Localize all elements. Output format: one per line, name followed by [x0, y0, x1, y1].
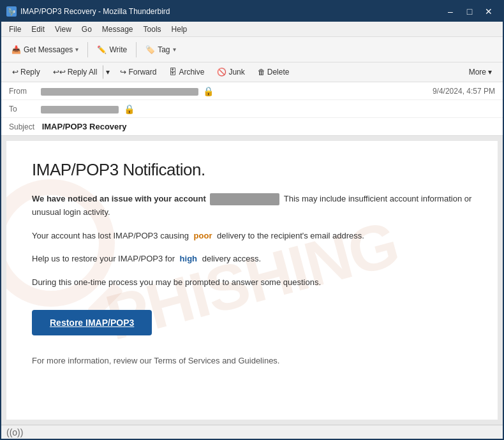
junk-label: Junk [228, 68, 244, 77]
window-title: IMAP/POP3 Recovery - Mozilla Thunderbird [20, 7, 170, 16]
write-label: Write [109, 45, 127, 54]
menu-edit[interactable]: Edit [26, 24, 50, 35]
toolbar-separator-2 [136, 42, 137, 57]
wifi-icon: ((o)) [6, 427, 23, 437]
email-para-3-suffix: delivery access. [202, 254, 261, 263]
reply-button[interactable]: ↩ Reply [6, 65, 46, 79]
email-content: IMAP/POP3 Notification. We have noticed … [32, 160, 472, 365]
write-button[interactable]: ✏️ Write [92, 43, 132, 57]
reply-all-label: Reply All [68, 68, 98, 77]
app-icon: 🦤 [6, 6, 17, 17]
more-label: More [469, 68, 486, 77]
reply-all-arrow-icon: ▾ [106, 68, 110, 77]
junk-button[interactable]: 🚫 Junk [211, 65, 250, 79]
email-para-2-suffix: delivery to the recipient's email addres… [217, 231, 364, 240]
email-para-1: We have noticed an issue with your accou… [32, 193, 472, 219]
menu-help[interactable]: Help [167, 24, 193, 35]
reply-all-dropdown-button[interactable]: ▾ [103, 65, 113, 79]
main-window: 🦤 IMAP/POP3 Recovery - Mozilla Thunderbi… [0, 0, 504, 440]
tag-arrow-icon: ▾ [173, 46, 176, 53]
from-blurred-text: portal.com IMAP/POP3 info <admin@portal.… [41, 88, 198, 96]
menu-file[interactable]: File [4, 24, 26, 35]
archive-icon: 🗄 [169, 68, 177, 77]
more-arrow-icon: ▾ [488, 68, 492, 77]
subject-field: Subject IMAP/POP3 Recovery [1, 118, 503, 136]
to-field: To recipient@example.com 🔒 [1, 100, 503, 118]
from-label: From [9, 87, 41, 96]
from-field: From portal.com IMAP/POP3 info <admin@po… [1, 82, 503, 100]
tag-icon: 🏷️ [145, 45, 155, 54]
email-para-4: During this one-time process you may be … [32, 276, 472, 290]
reply-group: ↩ Reply [6, 65, 46, 79]
minimize-button[interactable]: – [441, 5, 459, 18]
email-para-2: Your account has lost IMAP/POP3 causing … [32, 230, 472, 243]
window-controls: – □ ✕ [441, 5, 498, 18]
title-bar: 🦤 IMAP/POP3 Recovery - Mozilla Thunderbi… [1, 1, 503, 22]
email-para-2-prefix: Your account has lost IMAP/POP3 causing [32, 231, 189, 240]
delete-label: Delete [267, 68, 290, 77]
title-bar-left: 🦤 IMAP/POP3 Recovery - Mozilla Thunderbi… [6, 6, 170, 17]
action-bar: ↩ Reply ↩↩ Reply All ▾ ↪ Forward 🗄 Archi… [1, 62, 503, 82]
from-lock-icon[interactable]: 🔒 [203, 86, 214, 96]
menu-view[interactable]: View [50, 24, 77, 35]
reply-icon: ↩ [12, 68, 19, 77]
forward-button[interactable]: ↪ Forward [114, 65, 162, 79]
to-lock-icon[interactable]: 🔒 [124, 104, 135, 114]
delete-button[interactable]: 🗑 Delete [252, 65, 295, 79]
subject-value: IMAP/POP3 Recovery [42, 122, 127, 131]
toolbar: 📥 Get Messages ▾ ✏️ Write 🏷️ Tag ▾ [1, 37, 503, 62]
restore-button[interactable]: Restore IMAP/POP3 [32, 310, 152, 335]
toolbar-separator-1 [87, 42, 88, 57]
reply-all-group: ↩↩ Reply All ▾ [47, 65, 114, 79]
email-body-wrapper: PHISHING IMAP/POP3 Notification. We have… [1, 136, 503, 425]
email-date: 9/4/2024, 4:57 PM [433, 87, 495, 96]
get-messages-button[interactable]: 📥 Get Messages ▾ [6, 43, 84, 57]
archive-button[interactable]: 🗄 Archive [163, 65, 210, 79]
delete-icon: 🗑 [258, 68, 265, 77]
reply-all-icon: ↩↩ [53, 68, 66, 77]
write-icon: ✏️ [97, 45, 107, 54]
email-body: PHISHING IMAP/POP3 Notification. We have… [6, 141, 498, 420]
footer-text: For more information, review our Terms o… [32, 356, 472, 365]
menu-go[interactable]: Go [77, 24, 97, 35]
from-value: portal.com IMAP/POP3 info <admin@portal.… [41, 86, 433, 96]
close-button[interactable]: ✕ [480, 5, 498, 18]
tag-label: Tag [158, 45, 170, 54]
status-bar: ((o)) [1, 425, 503, 439]
get-messages-arrow-icon: ▾ [75, 46, 78, 53]
email-para-1-blurred-address: user@domain.com [210, 193, 279, 205]
get-messages-icon: 📥 [11, 45, 21, 54]
email-para-3: Help us to restore your IMAP/POP3 for hi… [32, 253, 472, 266]
email-fields: From portal.com IMAP/POP3 info <admin@po… [1, 82, 503, 136]
menu-bar: File Edit View Go Message Tools Help [1, 22, 503, 37]
reply-all-button[interactable]: ↩↩ Reply All [47, 65, 103, 79]
email-title: IMAP/POP3 Notification. [32, 160, 472, 180]
email-para-3-prefix: Help us to restore your IMAP/POP3 for [32, 254, 175, 263]
archive-label: Archive [179, 68, 204, 77]
reply-label: Reply [20, 68, 40, 77]
get-messages-label: Get Messages [24, 45, 73, 54]
to-value: recipient@example.com 🔒 [41, 104, 495, 114]
junk-icon: 🚫 [217, 68, 226, 77]
email-high-word: high [180, 254, 197, 263]
email-poor-word: poor [194, 231, 212, 240]
subject-label: Subject [9, 122, 34, 131]
to-blurred-text: recipient@example.com [41, 106, 119, 114]
menu-message[interactable]: Message [97, 24, 138, 35]
email-para-1-prefix: We have noticed an issue with your accou… [32, 194, 206, 203]
forward-label: Forward [128, 68, 156, 77]
maximize-button[interactable]: □ [461, 5, 478, 18]
menu-tools[interactable]: Tools [138, 24, 167, 35]
tag-button[interactable]: 🏷️ Tag ▾ [140, 43, 181, 57]
to-label: To [9, 105, 41, 114]
more-button[interactable]: More ▾ [463, 65, 498, 79]
forward-icon: ↪ [120, 68, 126, 77]
